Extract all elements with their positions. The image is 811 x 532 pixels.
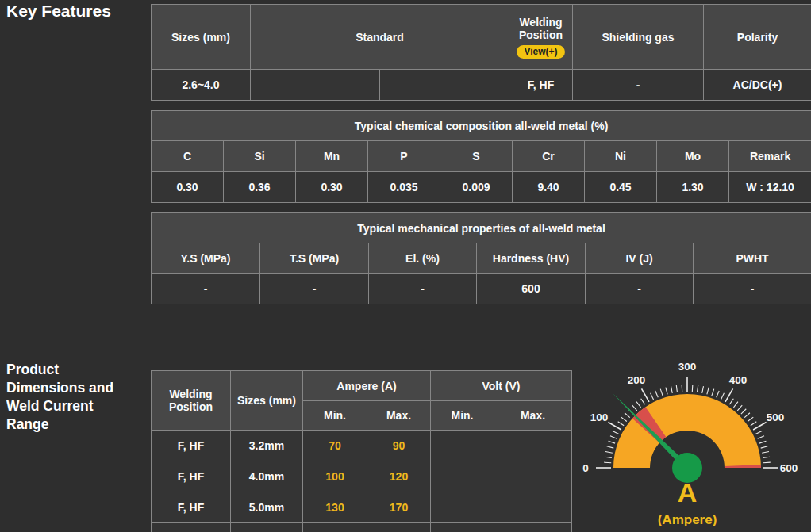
mech-col-el: El. (%) <box>369 243 477 274</box>
gauge-subtitle: (Ampere) <box>658 512 717 527</box>
table-row: F, HF 3.2mm 70 90 <box>152 431 572 461</box>
chem-col-s: S <box>440 141 513 172</box>
gauge-minor-tick <box>607 446 614 448</box>
current-amp-max: 90 <box>367 431 431 461</box>
gauge-minor-tick <box>651 393 654 400</box>
gauge-minor-tick <box>707 388 709 395</box>
current-volt-max <box>494 431 572 461</box>
spec-value-standard-a <box>251 70 380 101</box>
gauge-minor-tick <box>632 405 637 411</box>
gauge-major-tick <box>608 423 621 431</box>
chem-col-mn: Mn <box>296 141 368 172</box>
gauge-minor-tick <box>609 441 616 443</box>
gauge-minor-tick <box>741 409 746 414</box>
current-position: F, HF <box>152 431 231 461</box>
gauge-minor-tick <box>717 391 719 397</box>
current-amp-max: 120 <box>367 461 431 492</box>
gauge-minor-tick <box>682 385 682 392</box>
chemical-composition-table: Typical chemical composition all-weld me… <box>151 110 811 203</box>
mech-col-pwht: PWHT <box>694 243 811 274</box>
product-dimensions-title: Product Dimensions and Weld Current Rang… <box>6 361 132 434</box>
gauge-minor-tick <box>761 446 768 448</box>
gauge-tick-label: 300 <box>678 361 697 373</box>
spec-table: Sizes (mm) Standard Welding Position Vie… <box>151 4 811 101</box>
gauge-minor-tick <box>655 391 658 397</box>
gauge-minor-tick <box>625 413 630 418</box>
current-col-volt: Volt (V) <box>431 371 572 401</box>
chem-value-si: 0.36 <box>224 172 296 203</box>
gauge-major-tick <box>753 423 766 431</box>
view-plus-button[interactable]: View(+) <box>517 45 564 59</box>
gauge-minor-tick <box>702 386 704 393</box>
gauge-minor-tick <box>762 452 769 454</box>
chem-col-remark: Remark <box>729 141 811 172</box>
chem-value-s: 0.009 <box>440 172 513 203</box>
gauge-tick-label: 500 <box>767 411 785 423</box>
current-col-volt-min: Min. <box>431 401 494 431</box>
current-col-sizes: Sizes (mm) <box>231 371 303 431</box>
spec-header-welding-position-label: Welding Position <box>513 16 569 41</box>
chem-value-mo: 1.30 <box>657 172 729 203</box>
mechanical-properties-table: Typical mechanical properties of all-wel… <box>151 212 811 304</box>
current-amp-min: 100 <box>303 461 367 492</box>
gauge-minor-tick <box>721 393 724 400</box>
gauge-minor-tick <box>676 385 677 392</box>
current-volt-min <box>431 461 494 492</box>
gauge-minor-tick <box>755 431 762 434</box>
gauge-minor-tick <box>660 389 663 396</box>
table-row: F, HF 4.0mm 100 120 <box>152 461 572 492</box>
gauge-minor-tick <box>763 462 771 463</box>
ampere-gauge: 0100200300400500600A(Ampere) <box>579 349 811 532</box>
gauge-minor-tick <box>613 431 619 434</box>
gauge-minor-tick <box>737 405 742 411</box>
mech-col-ys: Y.S (MPa) <box>152 243 260 274</box>
current-amp-min: 130 <box>303 492 367 523</box>
current-size: 3.2mm <box>231 431 303 461</box>
mechanical-table-title: Typical mechanical properties of all-wel… <box>152 213 811 243</box>
spec-value-shielding-gas: - <box>573 70 704 101</box>
spec-value-sizes: 2.6~4.0 <box>152 70 251 101</box>
chem-value-ni: 0.45 <box>585 172 657 203</box>
spec-header-shielding-gas: Shielding gas <box>573 5 704 70</box>
gauge-minor-tick <box>712 389 714 396</box>
gauge-minor-tick <box>605 457 612 457</box>
table-row: F, HF 5.0mm 130 170 <box>152 492 572 523</box>
spec-value-welding-position: F, HF <box>509 70 573 101</box>
chem-col-si: Si <box>224 141 296 172</box>
spec-header-standard: Standard <box>251 5 509 70</box>
gauge-minor-tick <box>763 457 770 457</box>
mech-col-hardness: Hardness (HV) <box>477 243 586 274</box>
current-position: F, HF <box>152 492 231 523</box>
gauge-major-tick <box>725 388 733 401</box>
current-volt-min <box>431 431 494 461</box>
current-volt-max <box>494 461 572 492</box>
weld-current-table: Welding Position Sizes (mm) Ampere (A) V… <box>151 370 572 532</box>
current-col-amp-min: Min. <box>303 401 367 431</box>
current-col-welding-position: Welding Position <box>152 371 231 431</box>
chem-col-mo: Mo <box>657 141 729 172</box>
gauge-tick-label: 100 <box>590 411 609 423</box>
gauge-minor-tick <box>729 399 733 404</box>
chem-col-ni: Ni <box>585 141 657 172</box>
gauge-minor-tick <box>744 413 750 418</box>
mech-value-iv: - <box>586 274 694 304</box>
gauge-minor-tick <box>758 436 764 438</box>
gauge-tick-label: 0 <box>582 462 589 474</box>
current-position: F, HF <box>152 461 231 492</box>
chem-value-p: 0.035 <box>368 172 440 203</box>
gauge-minor-tick <box>604 462 611 463</box>
chem-value-remark: W : 12.10 <box>729 172 811 203</box>
spec-header-welding-position: Welding Position View(+) <box>509 5 573 70</box>
gauge-tick-label: 600 <box>780 462 798 474</box>
mech-value-ys: - <box>152 274 260 304</box>
table-row-clipped <box>152 523 572 532</box>
key-features-title: Key Features <box>6 2 111 21</box>
current-col-amp-max: Max. <box>367 401 431 431</box>
gauge-minor-tick <box>641 399 645 404</box>
gauge-minor-tick <box>698 385 698 392</box>
current-col-ampere: Ampere (A) <box>303 371 431 401</box>
current-size: 5.0mm <box>231 492 303 523</box>
current-volt-max <box>494 492 572 523</box>
gauge-major-tick <box>642 388 650 401</box>
gauge-minor-tick <box>621 417 627 421</box>
